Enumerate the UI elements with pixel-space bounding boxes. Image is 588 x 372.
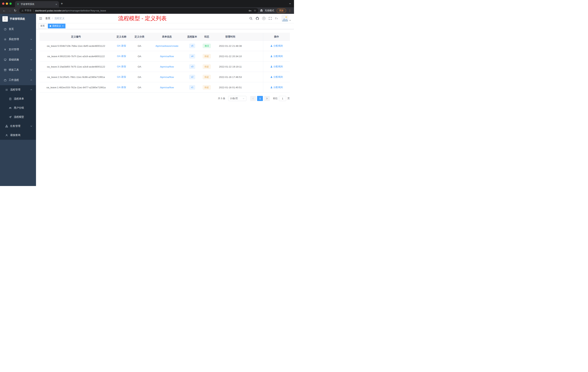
- sidebar-item-process-form[interactable]: 流程表单: [0, 94, 36, 103]
- fullscreen-icon[interactable]: [269, 17, 272, 20]
- cell-category: OA: [131, 76, 148, 78]
- page-content: 定义编号 定义名称 定义分类 表单信息 流程版本 状态 部署时间 操作 oa_l…: [36, 29, 294, 186]
- sidebar-item-task-management[interactable]: 任务管理: [0, 121, 36, 131]
- next-page-button[interactable]: [264, 96, 270, 101]
- app-title: 芋道管理系统: [10, 17, 25, 21]
- assign-rule-button[interactable]: 分配规则: [270, 86, 283, 89]
- sidebar-item-leave-query[interactable]: 请假查询: [0, 131, 36, 140]
- bookmark-star-icon[interactable]: ☆: [254, 9, 256, 12]
- favicon-icon: [17, 3, 19, 5]
- form-info-link[interactable]: /bpm/oa/flow: [160, 76, 174, 78]
- cell-filler: [246, 62, 263, 72]
- org-tree-icon: [5, 125, 8, 128]
- help-icon[interactable]: ?: [262, 17, 265, 20]
- avatar-dropdown-caret-icon[interactable]: [289, 19, 291, 21]
- minimize-window-button[interactable]: [6, 2, 8, 5]
- table-row: oa_leave:4:991f2193-7b7f-11ec-a3c8-acde4…: [40, 51, 290, 62]
- definition-name-link[interactable]: OA 请假: [117, 75, 126, 79]
- url-path: /bpm/manager/definition?key=oa_leave: [65, 9, 106, 12]
- version-badge: v1: [189, 85, 195, 89]
- goto-page-input[interactable]: [279, 96, 286, 101]
- definition-name-link[interactable]: OA 请假: [117, 44, 126, 47]
- cell-definition-id: oa_leave:3:1fad3d93-7b75-11ec-a3c8-acde4…: [40, 65, 112, 68]
- version-badge: v2: [189, 75, 195, 79]
- active-tag-dot: [50, 25, 51, 27]
- cell-filler: [246, 41, 263, 51]
- forward-button[interactable]: →: [7, 8, 12, 13]
- chevron-up-icon: [30, 89, 32, 91]
- search-icon[interactable]: [249, 17, 252, 20]
- new-tab-button[interactable]: +: [59, 1, 65, 7]
- sidebar-item-devtools[interactable]: 研发工具: [0, 65, 36, 75]
- address-bar[interactable]: ⚠ 不安全 dashboard.yudao.iocoder.cn /bpm/ma…: [19, 8, 258, 13]
- update-browser-button[interactable]: 更新: [277, 8, 286, 13]
- tab-search-chevron-icon[interactable]: [289, 2, 291, 5]
- close-window-button[interactable]: [2, 2, 4, 5]
- definition-name-link[interactable]: OA 请假: [117, 55, 126, 58]
- cell-category: OA: [131, 44, 148, 47]
- form-info-link[interactable]: /bpm/oa/flow: [160, 65, 174, 68]
- github-icon[interactable]: [256, 17, 259, 20]
- definition-table: 定义编号 定义名称 定义分类 表单信息 流程版本 状态 部署时间 操作 oa_l…: [40, 33, 290, 93]
- chevron-down-icon: [30, 69, 32, 71]
- sidebar-item-system[interactable]: 系统管理: [0, 34, 36, 44]
- svg-text:T: T: [275, 17, 277, 20]
- status-badge: 挂起: [203, 65, 211, 69]
- form-info-link[interactable]: /bpm/oa/flow: [160, 86, 174, 89]
- yen-icon: ¥: [4, 48, 7, 51]
- tag-process-definition[interactable]: 流程定义 ×: [48, 24, 65, 28]
- toolbox-icon: [4, 69, 7, 71]
- column-header: 流程版本: [185, 35, 199, 38]
- form-info-link[interactable]: /bpm/oa/flow: [160, 55, 174, 58]
- form-info-link[interactable]: /bpm/oa/leave/create: [156, 44, 178, 47]
- user-avatar[interactable]: [282, 15, 288, 22]
- table-row: oa_leave:1:482ec033-762a-11ec-8477-a2380…: [40, 82, 290, 93]
- column-header: 操作: [263, 33, 290, 41]
- tab-close-icon[interactable]: ×: [55, 3, 57, 6]
- page-size-select[interactable]: 10条/页: [228, 96, 246, 101]
- assign-rule-button[interactable]: 分配规则: [270, 44, 283, 47]
- password-key-icon[interactable]: [249, 9, 252, 12]
- sidebar-item-infrastructure[interactable]: 基础设施: [0, 55, 36, 65]
- monitor-icon: [4, 58, 7, 61]
- column-header: 表单信息: [148, 35, 185, 38]
- browser-menu-icon[interactable]: ⋮: [288, 9, 292, 12]
- cell-definition-id: oa_leave:5:004b710b-7b8a-11ec-8ef0-acde4…: [40, 44, 112, 47]
- maximize-window-button[interactable]: [10, 2, 12, 5]
- browser-tab[interactable]: 芋道管理系统 ×: [15, 1, 59, 7]
- column-header: 定义分类: [131, 35, 148, 38]
- sidebar-item-payment[interactable]: ¥ 支付管理: [0, 44, 36, 55]
- tag-close-icon[interactable]: ×: [62, 25, 64, 27]
- sidebar-menu: 首页 系统管理 ¥ 支付管理 基础设施: [0, 24, 36, 140]
- definition-name-link[interactable]: OA 请假: [117, 86, 126, 89]
- column-header: 定义名称: [112, 35, 131, 38]
- reload-button[interactable]: ↻: [12, 8, 18, 13]
- cell-category: OA: [131, 55, 148, 58]
- sidebar-item-home[interactable]: 首页: [0, 24, 36, 34]
- tab-title: 芋道管理系统: [21, 3, 54, 6]
- sidebar-item-process-management[interactable]: 流程管理: [0, 85, 36, 94]
- assign-rule-button[interactable]: 分配规则: [270, 75, 283, 79]
- app-logo: [2, 16, 8, 22]
- cell-definition-id: oa_leave:4:991f2193-7b7f-11ec-a3c8-acde4…: [40, 55, 112, 58]
- breadcrumb-home-link[interactable]: 首页: [45, 17, 50, 20]
- definition-name-link[interactable]: OA 请假: [117, 65, 126, 68]
- prev-page-button[interactable]: [250, 96, 256, 101]
- page-number-button[interactable]: 1: [257, 96, 263, 101]
- assign-rule-button[interactable]: 分配规则: [270, 65, 283, 68]
- column-filler: [246, 33, 263, 41]
- breadcrumb-current: 流程定义: [54, 17, 64, 20]
- cell-filler: [246, 72, 263, 82]
- sidebar-item-workflow[interactable]: 工作流程: [0, 75, 36, 85]
- tag-home[interactable]: 首页: [39, 24, 47, 28]
- font-size-icon[interactable]: TT: [275, 17, 279, 20]
- sidebar-item-user-group[interactable]: 用户分组: [0, 103, 36, 112]
- cell-deploy-time: 2022-01-16 17:46:53: [215, 76, 246, 78]
- dashboard-icon: [4, 28, 7, 31]
- sidebar-item-process-model[interactable]: 流程模型: [0, 112, 36, 121]
- page-annotation-title: 流程模型 - 定义列表: [118, 15, 167, 22]
- back-button[interactable]: ←: [1, 8, 7, 13]
- assign-rule-button[interactable]: 分配规则: [270, 55, 283, 58]
- sidebar-collapse-button[interactable]: [39, 17, 42, 20]
- cell-category: OA: [131, 86, 148, 89]
